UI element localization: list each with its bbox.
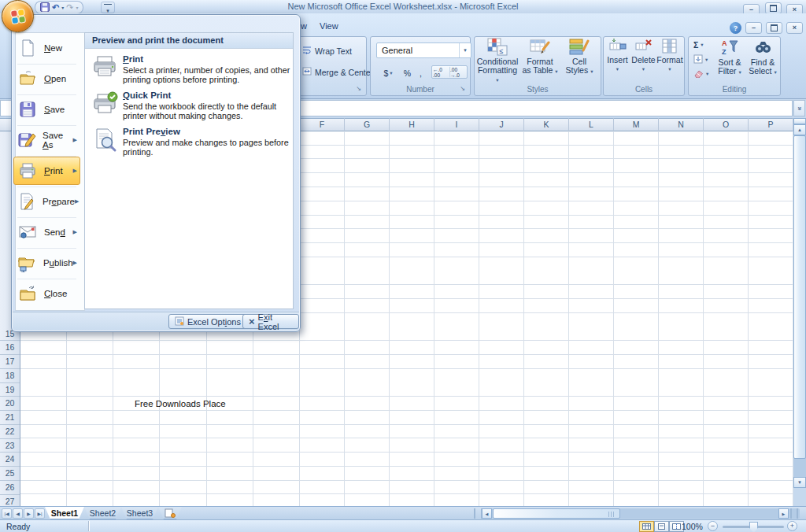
- decrease-decimal-button[interactable]: .00 →.0: [449, 66, 467, 78]
- submenu-arrow-icon: ▶: [73, 168, 77, 174]
- scroll-left-icon[interactable]: ◀: [482, 508, 492, 519]
- column-header[interactable]: O: [704, 118, 749, 131]
- page-layout-view-button[interactable]: [654, 521, 669, 532]
- number-format-select[interactable]: General ▾: [376, 42, 471, 58]
- format-as-table-button[interactable]: Format as Table ▾: [521, 38, 559, 76]
- percent-style-button[interactable]: %: [400, 65, 415, 80]
- column-header[interactable]: I: [434, 118, 479, 131]
- cell-d20-value[interactable]: Free Downloads Place: [135, 397, 226, 412]
- row-header[interactable]: 18: [0, 369, 20, 383]
- sheet-nav-icon[interactable]: ▶|: [35, 508, 45, 519]
- column-header[interactable]: K: [524, 118, 569, 131]
- menu-item-save[interactable]: Save: [13, 95, 80, 124]
- menu-item-print[interactable]: Print ▶: [13, 157, 80, 185]
- column-header[interactable]: L: [569, 118, 614, 131]
- office-button[interactable]: [2, 0, 34, 32]
- workbook-close-icon[interactable]: ×: [786, 22, 803, 34]
- sheet-nav-icon[interactable]: ◀: [13, 508, 23, 519]
- column-header[interactable]: J: [479, 118, 524, 131]
- scroll-down-icon[interactable]: ▼: [793, 477, 806, 488]
- restore-icon[interactable]: [765, 2, 782, 14]
- submenu-item-title: Print: [123, 54, 143, 64]
- row-header[interactable]: 17: [0, 355, 20, 369]
- horizontal-split-handle[interactable]: [790, 508, 798, 519]
- normal-view-button[interactable]: [639, 521, 654, 532]
- scroll-right-icon[interactable]: ▶: [778, 508, 789, 519]
- row-header[interactable]: 16: [0, 341, 20, 355]
- column-header[interactable]: H: [390, 118, 434, 131]
- save-as-icon: [17, 131, 36, 150]
- menu-item-publish[interactable]: Publish ▶: [13, 249, 80, 277]
- tab-sheet2[interactable]: Sheet2: [84, 507, 121, 519]
- menu-item-send[interactable]: Send ▶: [13, 218, 80, 246]
- autosum-button[interactable]: Σ▾: [693, 39, 704, 50]
- help-icon[interactable]: ?: [730, 22, 741, 34]
- row-header[interactable]: 19: [0, 383, 20, 397]
- number-format-dropdown-icon: ▾: [459, 43, 471, 57]
- exit-excel-button[interactable]: × Exit Excel: [242, 314, 299, 329]
- menu-item-label: Save: [44, 105, 65, 114]
- menu-item-open[interactable]: Open: [13, 65, 80, 93]
- menu-item-label: Publish: [43, 258, 73, 268]
- row-header[interactable]: 25: [0, 467, 20, 481]
- find-select-button[interactable]: Find & Select ▾: [746, 38, 779, 76]
- delete-cells-button[interactable]: Delete ▾: [630, 38, 656, 73]
- increase-decimal-button[interactable]: ←.0 .00: [432, 66, 449, 78]
- workbook-restore-icon[interactable]: [766, 22, 782, 34]
- column-header[interactable]: N: [659, 118, 704, 131]
- sheet-nav-icon[interactable]: ▶: [24, 508, 34, 519]
- insert-cells-button[interactable]: Insert ▾: [604, 38, 630, 73]
- open-folder-icon: [17, 69, 38, 88]
- menu-item-prepare[interactable]: Prepare ▶: [13, 187, 80, 216]
- row-header[interactable]: 27: [0, 495, 20, 507]
- column-headers: FGHIJKLMNOP: [300, 118, 793, 131]
- row-header[interactable]: 22: [0, 425, 20, 439]
- excel-options-button[interactable]: Excel Options: [168, 314, 247, 329]
- menu-item-save-as[interactable]: Save As ▶: [13, 126, 80, 154]
- horizontal-scroll-thumb[interactable]: [493, 508, 620, 519]
- tab-sheet3[interactable]: Sheet3: [121, 507, 158, 519]
- row-header[interactable]: 24: [0, 453, 20, 467]
- insert-worksheet-tab[interactable]: [158, 507, 182, 519]
- row-header[interactable]: 21: [0, 411, 20, 425]
- alignment-dialog-launcher-icon[interactable]: ↘: [353, 83, 364, 94]
- submenu-arrow-icon: ▶: [75, 198, 79, 205]
- sheet-nav-icon[interactable]: |◀: [2, 508, 12, 519]
- row-header[interactable]: 20: [0, 397, 20, 411]
- zoom-in-button[interactable]: +: [787, 521, 797, 531]
- accounting-format-button[interactable]: $▾: [377, 65, 399, 80]
- clear-button[interactable]: ▾: [693, 68, 709, 80]
- zoom-level[interactable]: 100%: [682, 522, 703, 531]
- vertical-split-handle[interactable]: [793, 118, 806, 124]
- conditional-formatting-button[interactable]: ≤ Conditional Formatting ▾: [475, 38, 519, 84]
- vertical-scrollbar[interactable]: ▲ ▼: [793, 118, 806, 506]
- office-logo-icon: [10, 9, 24, 23]
- column-header[interactable]: F: [300, 118, 345, 131]
- tab-view[interactable]: View: [320, 21, 338, 31]
- format-cells-button[interactable]: Format ▾: [656, 38, 683, 73]
- column-header[interactable]: P: [749, 118, 793, 131]
- status-divider: [88, 521, 89, 531]
- scroll-up-icon[interactable]: ▲: [793, 124, 806, 135]
- column-header[interactable]: M: [614, 118, 659, 131]
- zoom-out-button[interactable]: −: [708, 521, 718, 531]
- cell-styles-button[interactable]: Cell Styles ▾: [560, 38, 598, 76]
- menu-item-close[interactable]: Close: [13, 279, 80, 308]
- tab-review-partial[interactable]: w: [301, 21, 307, 31]
- expand-formula-bar-icon[interactable]: »: [793, 100, 805, 116]
- sort-filter-button[interactable]: AZ Sort & Filter ▾: [713, 38, 746, 76]
- merge-center-button[interactable]: Merge & Center ▾: [301, 66, 379, 78]
- cells-group-label: Cells: [604, 85, 684, 94]
- wrap-text-button[interactable]: Wrap Text: [301, 45, 353, 57]
- number-dialog-launcher-icon[interactable]: ↘: [457, 83, 468, 94]
- fill-button[interactable]: ▾: [693, 54, 708, 66]
- row-header[interactable]: 26: [0, 481, 20, 495]
- workbook-minimize-icon[interactable]: –: [745, 22, 762, 34]
- zoom-slider-thumb[interactable]: [749, 522, 758, 532]
- tab-sheet1[interactable]: Sheet1: [45, 507, 84, 519]
- row-header[interactable]: 23: [0, 439, 20, 453]
- comma-style-button[interactable]: ,: [415, 65, 427, 80]
- column-header[interactable]: G: [345, 118, 390, 131]
- vertical-scroll-thumb[interactable]: [793, 135, 806, 459]
- menu-item-new[interactable]: New: [13, 34, 80, 62]
